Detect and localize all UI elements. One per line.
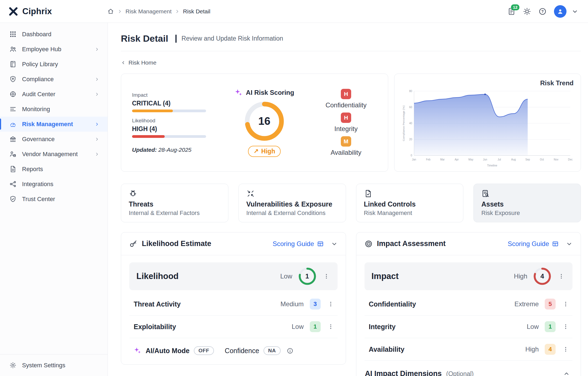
chevron-right-icon (94, 77, 99, 82)
page-subtitle: Review and Update Risk Information (182, 35, 283, 42)
dimension-availability: M Availability (331, 136, 362, 156)
svg-text:Dec: Dec (568, 158, 573, 161)
page-title: Risk Detail (121, 33, 168, 44)
trust-shield-check-icon (9, 195, 17, 203)
svg-text:Timeline: Timeline (487, 164, 497, 167)
likelihood-scoring-guide-link[interactable]: Scoring Guide (272, 240, 324, 248)
ai-risk-scoring-title: AI Risk Scoring (246, 89, 294, 96)
vendor-person-icon (9, 150, 17, 158)
chevron-right-icon (94, 47, 99, 52)
report-document-icon (9, 165, 17, 173)
exploitability-score-badge: 1 (310, 321, 321, 332)
cia-dimensions: H Confidentiality H Integrity M Availabi… (315, 83, 377, 162)
threats-card[interactable]: Threats Internal & External Factors (121, 184, 228, 222)
person-icon (557, 8, 564, 15)
impact-progress-bar (132, 110, 206, 112)
impact-collapse-button[interactable] (566, 241, 572, 247)
kebab-menu-icon (328, 324, 334, 330)
risk-score-gauge-block: AI Risk Scoring 16 ↗ High (214, 83, 315, 162)
likelihood-estimate-card: Likelihood Estimate Scoring Guide (121, 232, 346, 365)
confidentiality-menu-button[interactable] (562, 300, 570, 308)
svg-text:Oct: Oct (540, 158, 544, 161)
sidebar-item-policy-library[interactable]: Policy Library (0, 57, 108, 72)
svg-text:Nov: Nov (554, 158, 558, 161)
topbar-actions: 12 ? (507, 5, 578, 18)
brand[interactable]: Ciphrix (8, 6, 107, 17)
svg-text:Compliance Percentage (%): Compliance Percentage (%) (402, 105, 405, 141)
risk-trend-chart: 020406080JanFebMarAprMayJunJulAugSepOctN… (402, 87, 574, 168)
svg-text:60: 60 (409, 105, 412, 109)
help-button[interactable]: ? (538, 7, 547, 16)
kebab-menu-icon (563, 346, 569, 352)
sidebar: Dashboard Employee Hub Policy Library Co… (0, 23, 108, 376)
ai-auto-mode-toggle[interactable]: OFF (194, 346, 214, 355)
svg-text:Jun: Jun (483, 158, 487, 161)
dimension-integrity: H Integrity (334, 113, 357, 133)
confidence-value-badge: NA (264, 346, 280, 355)
score-metrics: Impact CRITICAL (4) Likelihood HIGH (4) … (132, 83, 214, 162)
tasks-button[interactable]: 12 (507, 7, 516, 16)
availability-badge: M (341, 136, 351, 147)
svg-text:?: ? (541, 9, 544, 14)
user-menu-chevron[interactable] (572, 8, 578, 15)
theme-toggle-button[interactable] (523, 7, 531, 16)
svg-text:May: May (468, 158, 473, 161)
back-link[interactable]: Risk Home (121, 59, 157, 66)
linked-controls-card[interactable]: Linked Controls Risk Management (356, 184, 464, 222)
availability-menu-button[interactable] (562, 345, 570, 353)
shield-icon (9, 75, 17, 83)
threat-activity-score-badge: 3 (310, 299, 321, 310)
availability-score-badge: 4 (545, 344, 556, 355)
sidebar-item-system-settings[interactable]: System Settings (0, 358, 108, 373)
ai-impact-dimensions-row[interactable]: AI Impact Dimensions (Optional) (365, 361, 573, 376)
chevron-right-icon (94, 137, 99, 142)
likelihood-summary: Likelihood Low 1 (129, 262, 338, 290)
sidebar-item-employee-hub[interactable]: Employee Hub (0, 42, 108, 57)
breadcrumb-risk-detail: Risk Detail (183, 8, 210, 15)
sidebar-item-governance[interactable]: Governance (0, 132, 108, 147)
sidebar-item-vendor-management[interactable]: Vendor Management (0, 147, 108, 162)
user-avatar[interactable] (554, 5, 566, 18)
sidebar-item-risk-management[interactable]: Risk Management (0, 117, 108, 132)
sidebar-item-integrations[interactable]: Integrations (0, 177, 108, 192)
impact-summary: Impact High 4 (365, 262, 573, 290)
sidebar-item-compliance[interactable]: Compliance (0, 72, 108, 87)
topbar: Ciphrix Risk Management Risk Detail 12 ? (0, 0, 588, 23)
risk-gauge-icon (9, 120, 17, 128)
risk-trend-card: Risk Trend 020406080JanFebMarAprMayJunJu… (394, 74, 581, 172)
sidebar-item-reports[interactable]: Reports (0, 162, 108, 177)
breadcrumb-risk-management[interactable]: Risk Management (125, 8, 171, 15)
subtitle-divider (175, 35, 177, 43)
likelihood-collapse-button[interactable] (331, 241, 338, 247)
document-check-icon (364, 189, 456, 198)
exploitability-menu-button[interactable] (327, 323, 335, 331)
likelihood-summary-label: Likelihood (136, 271, 179, 281)
likelihood-estimate-title: Likelihood Estimate (142, 239, 211, 248)
home-icon[interactable] (107, 8, 114, 15)
sidebar-item-dashboard[interactable]: Dashboard (0, 27, 108, 42)
ai-auto-mode-row: AI/Auto Mode OFF Confidence NA (129, 338, 338, 358)
sidebar-item-audit-center[interactable]: Audit Center (0, 87, 108, 102)
chevron-left-icon (121, 60, 126, 65)
kebab-menu-icon (558, 273, 564, 279)
sidebar-item-trust-center[interactable]: Trust Center (0, 192, 108, 207)
header-divider (121, 51, 581, 51)
confidence-info-button[interactable] (287, 347, 293, 354)
sidebar-item-monitoring[interactable]: Monitoring (0, 102, 108, 117)
impact-menu-button[interactable] (557, 272, 565, 280)
svg-text:20: 20 (409, 138, 412, 141)
vulnerabilities-card[interactable]: Vulnerabilities & Exposure Internal & Ex… (238, 184, 346, 222)
integrity-badge: H (341, 113, 351, 123)
svg-text:Feb: Feb (426, 158, 431, 161)
integrity-menu-button[interactable] (562, 323, 570, 331)
threat-activity-menu-button[interactable] (327, 300, 335, 308)
impact-scoring-guide-link[interactable]: Scoring Guide (508, 240, 559, 248)
chevron-down-icon (331, 241, 338, 247)
likelihood-menu-button[interactable] (322, 272, 330, 280)
integrations-nodes-icon (9, 180, 17, 188)
likelihood-progress-bar (132, 135, 206, 138)
svg-text:Jul: Jul (498, 158, 501, 161)
assets-card[interactable]: Assets Risk Exposure (473, 184, 581, 222)
risk-trend-title: Risk Trend (540, 79, 574, 87)
target-icon (365, 240, 373, 248)
